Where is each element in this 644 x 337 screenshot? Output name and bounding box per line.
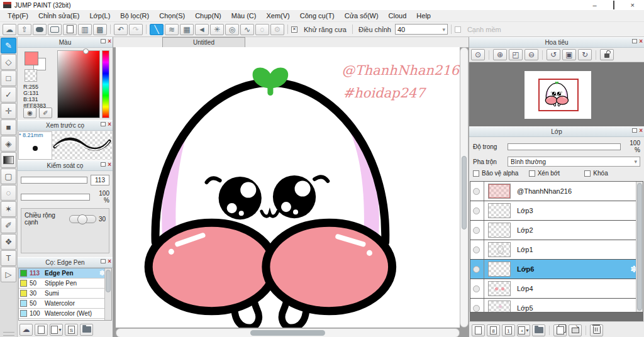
canvas-vertical-scrollbar[interactable] (460, 47, 469, 328)
bucket-tool-button[interactable]: ◈ (1, 136, 16, 152)
select-pen-tool-button[interactable]: ✐ (1, 218, 16, 233)
drawing-canvas[interactable]: @ThanhNhan216 #hoidap247 (116, 47, 460, 328)
brush-size-value[interactable]: 113 (91, 175, 109, 185)
script-brush-button[interactable]: S (65, 324, 78, 336)
layer-row-lop3[interactable]: Lớp3 (470, 201, 643, 221)
rotate-cw-button[interactable]: ↻ (578, 49, 592, 60)
brush-tool-button[interactable]: ✎ (1, 38, 16, 53)
menu-tools[interactable]: Công cụ(T) (295, 11, 340, 21)
brush-item-watercolor[interactable]: 50 Watercolor (19, 299, 111, 309)
scrollbar-thumb[interactable] (106, 270, 111, 292)
new-brush-menu-button[interactable]: ▾ (50, 324, 63, 336)
new-1bit-layer-button[interactable]: 1 (502, 324, 515, 336)
edge-width-knob[interactable] (77, 214, 87, 224)
close-icon[interactable]: × (108, 38, 111, 44)
brush-item-edge-pen[interactable]: 113 Edge Pen ✽ (19, 268, 111, 279)
popout-icon[interactable] (101, 39, 106, 43)
popout-icon[interactable] (632, 39, 637, 43)
transparent-swatch[interactable] (25, 69, 37, 82)
eraser-tool-button[interactable]: ◇ (1, 54, 16, 70)
document-tab[interactable]: Untitled (162, 37, 245, 47)
document-button[interactable] (63, 24, 77, 35)
settings-gear-button[interactable]: ⚙ (270, 24, 284, 35)
redo-button[interactable]: ↷ (129, 24, 143, 35)
scrollbar-thumb[interactable] (637, 183, 642, 311)
zoom-out-button[interactable]: ⊖ (525, 49, 538, 60)
strip-grip[interactable] (3, 332, 14, 336)
comment-button[interactable] (33, 24, 47, 35)
rotate-ccw-button[interactable]: ↺ (547, 49, 560, 60)
zoom-in-button[interactable]: ⊕ (493, 49, 507, 60)
chat-button[interactable] (48, 24, 62, 35)
hue-bar[interactable] (102, 50, 109, 118)
dashed-circle-button[interactable]: ◌ (255, 24, 269, 35)
add-layer-menu-button[interactable]: +▾ (517, 324, 530, 336)
visibility-toggle[interactable] (473, 246, 480, 253)
layer-list-scrollbar[interactable] (636, 182, 643, 312)
brush-item-stipple-pen[interactable]: 50 Stipple Pen (19, 279, 111, 289)
edge-width-slider[interactable] (69, 215, 96, 223)
new-8bit-layer-button[interactable]: 8 (487, 324, 500, 336)
move-tool-button[interactable]: ✛ (1, 103, 16, 119)
popout-icon[interactable] (632, 128, 637, 133)
menu-window[interactable]: Cửa sổ(W) (340, 11, 384, 21)
hatch-tool-button[interactable]: ≋ (165, 24, 179, 35)
menu-help[interactable]: Help (411, 11, 436, 21)
close-icon[interactable]: × (108, 258, 111, 264)
new-layer-button[interactable] (472, 324, 485, 336)
menu-layer[interactable]: Lớp(L) (84, 11, 115, 21)
undo-button[interactable]: ↶ (114, 24, 128, 35)
palette-edit-button[interactable]: ▩ (93, 24, 107, 35)
layer-row-lop1[interactable]: Lớp1 (470, 240, 643, 260)
select-eraser-tool-button[interactable]: ❖ (1, 234, 16, 250)
menu-select[interactable]: Chọn(S) (154, 11, 190, 21)
navigator-preview[interactable] (469, 62, 644, 126)
popout-icon[interactable] (101, 122, 106, 126)
adjust-dropdown[interactable]: 40 ▾ (395, 24, 448, 35)
layer-row-thanhnhan216[interactable]: @ThanhNhan216 (470, 182, 643, 201)
layer-row-lop2[interactable]: Lớp2 (470, 221, 643, 240)
popout-icon[interactable] (101, 259, 106, 263)
close-button[interactable]: × (631, 2, 635, 8)
visibility-toggle[interactable] (473, 227, 480, 234)
new-brush-button[interactable] (35, 324, 48, 336)
brush-list-scrollbar[interactable] (104, 268, 111, 320)
curve-tool-button[interactable]: ∿ (240, 24, 254, 35)
layer-opacity-slider[interactable] (508, 143, 621, 150)
select-rect-tool-button[interactable]: ▢ (1, 168, 16, 184)
cloud-button[interactable]: ☁ (3, 24, 16, 35)
share-button[interactable]: ⇧ (18, 24, 31, 35)
restore-button[interactable] (613, 2, 614, 8)
magic-wand-tool-button[interactable]: ✶ (1, 201, 16, 217)
concentric-button[interactable]: ◎ (225, 24, 239, 35)
blend-dropdown[interactable]: Bình thường ▾ (508, 157, 640, 167)
brush-folder-button[interactable] (80, 324, 93, 336)
brush-cloud-download-button[interactable]: ☁ (19, 324, 33, 336)
soft-edge-checkbox[interactable] (455, 26, 461, 33)
brush-opacity-slider[interactable] (21, 194, 90, 201)
lasso-tool-button[interactable]: ◌ (1, 185, 16, 201)
duplicate-layer-button[interactable] (553, 324, 567, 336)
visibility-toggle[interactable] (473, 285, 480, 292)
shape-fill-tool-button[interactable]: ■ (1, 119, 16, 135)
menu-filter[interactable]: Bộ lọc(R) (115, 11, 154, 21)
menu-file[interactable]: Tệp(F) (3, 11, 33, 21)
select-shape-tool-button[interactable]: ▷ (1, 267, 16, 282)
focus-lines-button[interactable]: ◄ (195, 24, 209, 35)
foreground-color-swatch[interactable] (25, 52, 38, 65)
scrollbar-thumb[interactable] (462, 156, 467, 229)
color-picker-button[interactable]: ✐ (39, 108, 52, 118)
visibility-toggle[interactable] (473, 207, 480, 214)
minimize-button[interactable]: – (592, 2, 596, 8)
layer-row-lop5[interactable]: Lớp5 (470, 299, 643, 312)
menu-color[interactable]: Màu (C) (226, 11, 262, 21)
text-tool-button[interactable]: T (1, 250, 16, 266)
saturation-value-box[interactable] (57, 50, 100, 118)
rectangle-tool-button[interactable]: □ (1, 70, 16, 86)
close-icon[interactable]: × (639, 38, 643, 44)
rotate-reset-button[interactable]: ▣ (562, 49, 576, 60)
grid-tool-button[interactable]: ▦ (180, 24, 194, 35)
lock-checkbox[interactable] (584, 170, 591, 177)
brush-item-watercolor-wet[interactable]: 100 Watercolor (Wet) (19, 309, 111, 319)
menu-edit[interactable]: Chỉnh sửa(E) (33, 11, 84, 21)
